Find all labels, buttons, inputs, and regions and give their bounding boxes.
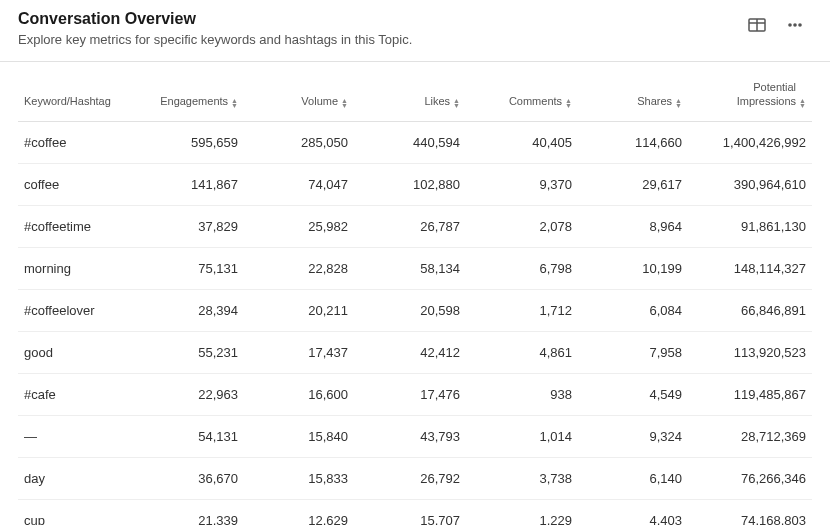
cell-engagements: 54,131: [126, 415, 244, 457]
col-header-shares[interactable]: Shares▲▼: [578, 62, 688, 121]
cell-volume: 16,600: [244, 373, 354, 415]
cell-keyword: cup: [18, 499, 126, 525]
table-row: coffee141,86774,047102,8809,37029,617390…: [18, 163, 812, 205]
cell-impressions: 113,920,523: [688, 331, 812, 373]
cell-engagements: 21,339: [126, 499, 244, 525]
cell-shares: 10,199: [578, 247, 688, 289]
col-label: Volume: [301, 94, 338, 108]
cell-likes: 26,792: [354, 457, 466, 499]
cell-keyword: day: [18, 457, 126, 499]
table-row: —54,13115,84043,7931,0149,32428,712,369: [18, 415, 812, 457]
cell-impressions: 74,168,803: [688, 499, 812, 525]
cell-shares: 29,617: [578, 163, 688, 205]
cell-likes: 102,880: [354, 163, 466, 205]
cell-keyword: —: [18, 415, 126, 457]
cell-impressions: 1,400,426,992: [688, 121, 812, 163]
col-header-comments[interactable]: Comments▲▼: [466, 62, 578, 121]
cell-keyword: good: [18, 331, 126, 373]
cell-keyword: morning: [18, 247, 126, 289]
header-actions: [748, 10, 812, 34]
sort-icon: ▲▼: [675, 98, 682, 108]
cell-comments: 1,712: [466, 289, 578, 331]
col-header-likes[interactable]: Likes▲▼: [354, 62, 466, 121]
cell-engagements: 22,963: [126, 373, 244, 415]
cell-comments: 1,229: [466, 499, 578, 525]
table-row: #coffeelover28,39420,21120,5981,7126,084…: [18, 289, 812, 331]
cell-comments: 3,738: [466, 457, 578, 499]
cell-likes: 17,476: [354, 373, 466, 415]
cell-shares: 4,403: [578, 499, 688, 525]
table-row: morning75,13122,82858,1346,79810,199148,…: [18, 247, 812, 289]
cell-comments: 1,014: [466, 415, 578, 457]
cell-shares: 4,549: [578, 373, 688, 415]
cell-engagements: 55,231: [126, 331, 244, 373]
cell-volume: 20,211: [244, 289, 354, 331]
col-header-engagements[interactable]: Engagements▲▼: [126, 62, 244, 121]
cell-volume: 25,982: [244, 205, 354, 247]
cell-shares: 8,964: [578, 205, 688, 247]
cell-comments: 938: [466, 373, 578, 415]
cell-likes: 440,594: [354, 121, 466, 163]
table-body: #coffee595,659285,050440,59440,405114,66…: [18, 121, 812, 525]
col-label: Keyword/Hashtag: [24, 94, 111, 108]
cell-comments: 4,861: [466, 331, 578, 373]
col-header-volume[interactable]: Volume▲▼: [244, 62, 354, 121]
cell-volume: 17,437: [244, 331, 354, 373]
cell-impressions: 28,712,369: [688, 415, 812, 457]
sort-icon: ▲▼: [231, 98, 238, 108]
col-label: Comments: [509, 94, 562, 108]
svg-point-5: [798, 23, 802, 27]
header: Conversation Overview Explore key metric…: [0, 0, 830, 62]
sort-icon: ▲▼: [565, 98, 572, 108]
table-row: day36,67015,83326,7923,7386,14076,266,34…: [18, 457, 812, 499]
cell-comments: 6,798: [466, 247, 578, 289]
cell-volume: 22,828: [244, 247, 354, 289]
header-left: Conversation Overview Explore key metric…: [18, 10, 412, 47]
table-row: cup21,33912,62915,7071,2294,40374,168,80…: [18, 499, 812, 525]
cell-impressions: 66,846,891: [688, 289, 812, 331]
cell-volume: 74,047: [244, 163, 354, 205]
cell-likes: 42,412: [354, 331, 466, 373]
sort-icon: ▲▼: [799, 98, 806, 108]
cell-volume: 12,629: [244, 499, 354, 525]
table-row: #coffeetime37,82925,98226,7872,0788,9649…: [18, 205, 812, 247]
cell-comments: 40,405: [466, 121, 578, 163]
cell-engagements: 37,829: [126, 205, 244, 247]
cell-likes: 26,787: [354, 205, 466, 247]
cell-impressions: 119,485,867: [688, 373, 812, 415]
table-header-row: Keyword/Hashtag Engagements▲▼ Volume▲▼ L…: [18, 62, 812, 121]
cell-impressions: 91,861,130: [688, 205, 812, 247]
table-row: #coffee595,659285,050440,59440,405114,66…: [18, 121, 812, 163]
col-label: Likes: [424, 94, 450, 108]
col-label: Engagements: [160, 94, 228, 108]
sort-icon: ▲▼: [453, 98, 460, 108]
cell-keyword: #coffeelover: [18, 289, 126, 331]
more-options-icon[interactable]: [786, 16, 804, 34]
metrics-table: Keyword/Hashtag Engagements▲▼ Volume▲▼ L…: [18, 62, 812, 525]
table-container: Keyword/Hashtag Engagements▲▼ Volume▲▼ L…: [0, 62, 830, 525]
cell-keyword: #cafe: [18, 373, 126, 415]
cell-engagements: 36,670: [126, 457, 244, 499]
svg-point-4: [793, 23, 797, 27]
col-header-impressions[interactable]: PotentialImpressions▲▼: [688, 62, 812, 121]
page-title: Conversation Overview: [18, 10, 412, 28]
cell-keyword: #coffee: [18, 121, 126, 163]
cell-shares: 6,140: [578, 457, 688, 499]
sort-icon: ▲▼: [341, 98, 348, 108]
cell-impressions: 76,266,346: [688, 457, 812, 499]
cell-engagements: 28,394: [126, 289, 244, 331]
cell-likes: 15,707: [354, 499, 466, 525]
col-header-keyword[interactable]: Keyword/Hashtag: [18, 62, 126, 121]
table-row: #cafe22,96316,60017,4769384,549119,485,8…: [18, 373, 812, 415]
cell-comments: 9,370: [466, 163, 578, 205]
cell-keyword: coffee: [18, 163, 126, 205]
cell-impressions: 148,114,327: [688, 247, 812, 289]
cell-shares: 9,324: [578, 415, 688, 457]
table-view-icon[interactable]: [748, 16, 766, 34]
col-label: Shares: [637, 94, 672, 108]
cell-likes: 43,793: [354, 415, 466, 457]
cell-likes: 58,134: [354, 247, 466, 289]
cell-comments: 2,078: [466, 205, 578, 247]
table-row: good55,23117,43742,4124,8617,958113,920,…: [18, 331, 812, 373]
cell-volume: 15,840: [244, 415, 354, 457]
